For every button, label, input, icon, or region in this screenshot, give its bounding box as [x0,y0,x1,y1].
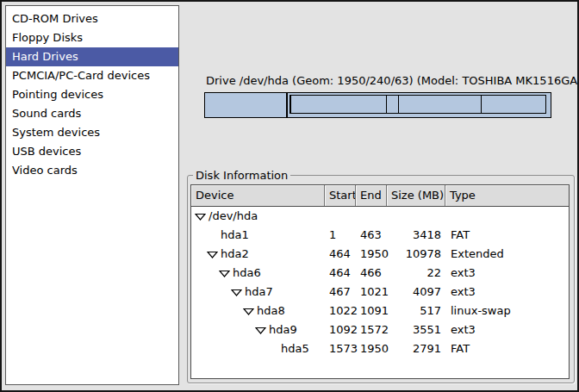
column-header-size-mb[interactable]: Size (MB) [387,185,445,206]
end-cell: 1950 [356,245,387,264]
size-cell [387,207,445,226]
disk-table-header: Device Start End Size (MB) Type [191,185,569,207]
start-cell: 1 [325,226,356,245]
type-cell: ext3 [445,320,569,339]
device-cell: hda5 [191,339,325,358]
type-cell: FAT [445,339,569,358]
table-row-hda6[interactable]: hda646446622ext3 [191,264,569,283]
expander-open-icon[interactable] [243,308,254,315]
device-cell: hda7 [191,283,325,302]
frame-label: Disk Information [193,168,290,183]
type-cell [445,207,569,226]
end-cell: 463 [356,226,387,245]
device-cell: hda6 [191,264,325,283]
column-header-end[interactable]: End [356,185,387,206]
end-cell: 1572 [356,320,387,339]
sidebar-item-cd-rom-drives[interactable]: CD-ROM Drives [6,9,178,28]
type-cell: FAT [445,226,569,245]
start-cell [325,207,356,226]
expander-open-icon[interactable] [195,213,206,221]
table-row-hda9[interactable]: hda9109215723551ext3 [191,320,569,339]
table-row-hda2[interactable]: hda2464195010978Extended [191,245,569,264]
start-cell: 467 [325,283,356,302]
sidebar-item-hard-drives[interactable]: Hard Drives [6,47,178,66]
end-cell [356,207,387,226]
end-cell: 1021 [356,283,387,302]
expander-open-icon[interactable] [255,327,266,334]
partition-segment-hda1 [205,93,287,117]
size-cell: 3418 [387,226,445,245]
disk-table: Device Start End Size (MB) Type /dev/hda… [190,184,570,379]
sidebar-item-pointing-devices[interactable]: Pointing devices [6,85,178,104]
partition-segment-hda5 [481,95,546,114]
table-row-hda7[interactable]: hda746710214097ext3 [191,283,569,302]
sidebar-item-usb-devices[interactable]: USB devices [6,142,178,161]
partition-segment-hda7 [290,95,387,114]
size-cell: 22 [387,264,445,283]
table-row-hda8[interactable]: hda810221091517linux-swap [191,302,569,320]
device-name: hda2 [221,245,249,264]
type-cell: Extended [445,245,569,264]
disk-table-body: /dev/hdahda114633418FAThda2464195010978E… [191,207,569,358]
device-name: hda6 [233,264,261,283]
expander-open-icon[interactable] [219,270,230,277]
start-cell: 1573 [325,339,356,358]
device-cell: hda2 [191,245,325,264]
logical-partitions [290,95,549,114]
size-cell: 4097 [387,283,445,302]
device-cell: hda8 [191,302,325,320]
partition-bar [204,92,551,118]
drive-title: Drive /dev/hda (Geom: 1950/240/63) (Mode… [206,74,579,87]
expander-icon[interactable] [243,308,257,315]
end-cell: 1950 [356,339,387,358]
end-cell: 1091 [356,302,387,320]
partition-segment-hda2-extended [287,93,551,117]
table-row-hda1[interactable]: hda114633418FAT [191,226,569,245]
size-cell: 2791 [387,339,445,358]
expander-icon[interactable] [219,270,233,277]
device-cell: hda1 [191,226,325,245]
start-cell: 1022 [325,302,356,320]
column-header-device[interactable]: Device [191,185,325,206]
type-cell: ext3 [445,283,569,302]
device-cell: hda9 [191,320,325,339]
size-cell: 517 [387,302,445,320]
start-cell: 464 [325,245,356,264]
partition-segment-hda8 [386,95,398,114]
device-name: hda8 [257,302,285,320]
size-cell: 10978 [387,245,445,264]
expander-open-icon[interactable] [231,289,242,296]
device-cell: /dev/hda [191,207,325,226]
sidebar-item-floppy-disks[interactable]: Floppy Disks [6,28,178,47]
disk-information-frame: Disk Information Device Start End Size (… [187,175,575,383]
start-cell: 1092 [325,320,356,339]
expander-icon[interactable] [255,327,269,334]
sidebar-item-sound-cards[interactable]: Sound cards [6,104,178,123]
end-cell: 466 [356,264,387,283]
device-name: hda5 [281,339,309,358]
type-cell: ext3 [445,264,569,283]
expander-icon[interactable] [207,251,221,258]
sidebar-item-system-devices[interactable]: System devices [6,123,178,142]
sidebar-item-video-cards[interactable]: Video cards [6,161,178,180]
device-name: hda1 [221,226,249,245]
size-cell: 3551 [387,320,445,339]
partition-segment-hda9 [398,95,482,114]
start-cell: 464 [325,264,356,283]
table-row--dev-hda[interactable]: /dev/hda [191,207,569,226]
column-header-type[interactable]: Type [445,185,569,206]
sidebar-item-pcmcia-pc-card-devices[interactable]: PCMCIA/PC-Card devices [6,66,178,85]
device-category-list[interactable]: CD-ROM DrivesFloppy DisksHard DrivesPCMC… [5,5,179,385]
expander-icon[interactable] [231,289,245,296]
table-row-hda5[interactable]: hda5157319502791FAT [191,339,569,358]
expander-icon[interactable] [195,213,209,221]
device-name: hda7 [245,283,273,302]
expander-open-icon[interactable] [207,251,218,258]
device-name: hda9 [269,320,297,339]
device-name: /dev/hda [209,207,258,226]
column-header-start[interactable]: Start [325,185,356,206]
type-cell: linux-swap [445,302,569,320]
